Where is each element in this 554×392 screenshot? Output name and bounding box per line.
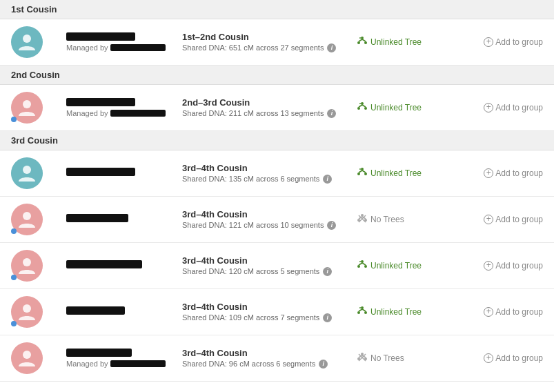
add-group-label: Add to group xyxy=(495,215,543,224)
tree-col: No Trees xyxy=(357,213,467,226)
relationship-label: 3rd–4th Cousin xyxy=(182,255,357,266)
dna-info: Shared DNA: 109 cM across 7 segments i xyxy=(182,313,357,323)
add-to-group-button[interactable]: + Add to group xyxy=(467,103,543,112)
match-row: 3rd–4th Cousin Shared DNA: 120 cM across… xyxy=(0,243,554,289)
info-icon[interactable]: i xyxy=(327,43,336,52)
blue-dot xyxy=(11,321,17,326)
svg-point-8 xyxy=(361,102,364,105)
svg-line-12 xyxy=(362,105,366,107)
add-group-col: + Add to group xyxy=(467,353,543,363)
tree-status[interactable]: Unlinked Tree xyxy=(357,101,467,115)
add-group-label: Add to group xyxy=(495,37,543,47)
svg-point-1 xyxy=(361,37,364,39)
svg-line-34 xyxy=(362,263,366,265)
name-box xyxy=(66,349,132,357)
add-group-col: + Add to group xyxy=(467,37,543,47)
svg-point-21 xyxy=(23,212,31,220)
add-to-group-button[interactable]: + Add to group xyxy=(467,307,543,317)
tree-status[interactable]: Unlinked Tree xyxy=(357,259,467,273)
plus-circle-icon: + xyxy=(484,37,493,47)
add-group-label: Add to group xyxy=(495,353,543,363)
avatar-col xyxy=(11,342,66,374)
info-icon[interactable]: i xyxy=(323,313,332,322)
avatar-col xyxy=(11,204,66,235)
relationship-col: 3rd–4th Cousin Shared DNA: 109 cM across… xyxy=(177,302,357,323)
svg-point-16 xyxy=(357,173,360,175)
relationship-col: 2nd–3rd Cousin Shared DNA: 211 cM across… xyxy=(177,97,357,119)
tree-status[interactable]: Unlinked Tree xyxy=(357,306,467,319)
name-col xyxy=(66,306,177,317)
tree-col: Unlinked Tree xyxy=(357,36,467,49)
add-to-group-button[interactable]: + Add to group xyxy=(467,261,543,271)
svg-line-41 xyxy=(362,309,366,311)
managed-by-label: Managed by xyxy=(66,43,108,52)
avatar xyxy=(11,157,43,189)
relationship-label: 3rd–4th Cousin xyxy=(182,163,357,173)
tree-status[interactable]: Unlinked Tree xyxy=(357,36,467,49)
blue-dot xyxy=(11,275,17,280)
plus-circle-icon: + xyxy=(484,353,493,363)
tree-label: Unlinked Tree xyxy=(370,103,422,112)
managed-row: Managed by xyxy=(66,43,177,52)
add-to-group-button[interactable]: + Add to group xyxy=(467,37,543,47)
info-icon[interactable]: i xyxy=(323,267,332,276)
svg-point-30 xyxy=(361,260,364,263)
managed-by-label: Managed by xyxy=(66,360,108,368)
avatar-col xyxy=(11,92,66,124)
svg-point-32 xyxy=(364,265,367,268)
add-to-group-button[interactable]: + Add to group xyxy=(467,353,543,363)
add-group-label: Add to group xyxy=(495,307,543,317)
tree-icon xyxy=(357,306,368,319)
add-to-group-button[interactable]: + Add to group xyxy=(467,168,543,178)
name-col xyxy=(66,260,177,271)
add-to-group-button[interactable]: + Add to group xyxy=(467,215,543,224)
name-box xyxy=(66,32,135,41)
name-col: Managed by xyxy=(66,349,177,368)
info-icon[interactable]: i xyxy=(319,360,328,369)
svg-line-33 xyxy=(359,263,362,265)
match-row: Managed by 1st–2nd Cousin Shared DNA: 65… xyxy=(0,19,554,66)
plus-circle-icon: + xyxy=(484,215,493,224)
avatar xyxy=(11,342,43,374)
relationship-label: 3rd–4th Cousin xyxy=(182,209,357,219)
avatar-col xyxy=(11,26,66,58)
tree-col: Unlinked Tree xyxy=(357,167,467,180)
svg-point-9 xyxy=(357,107,360,110)
plus-circle-icon: + xyxy=(484,168,493,178)
svg-point-39 xyxy=(364,311,367,314)
blue-dot xyxy=(11,117,17,122)
svg-line-18 xyxy=(359,170,362,173)
relationship-col: 3rd–4th Cousin Shared DNA: 135 cM across… xyxy=(177,163,357,184)
tree-col: Unlinked Tree xyxy=(357,306,467,319)
add-group-col: + Add to group xyxy=(467,103,543,112)
tree-status[interactable]: No Trees xyxy=(357,352,467,365)
tree-label: Unlinked Tree xyxy=(370,168,422,178)
tree-label: Unlinked Tree xyxy=(370,37,422,47)
svg-point-38 xyxy=(357,311,360,314)
tree-icon xyxy=(357,36,368,49)
tree-status[interactable]: Unlinked Tree xyxy=(357,167,467,180)
dna-info: Shared DNA: 121 cM across 10 segments i xyxy=(182,221,357,231)
svg-point-44 xyxy=(361,353,364,355)
svg-line-19 xyxy=(362,170,366,173)
section-header-0: 1st Cousin xyxy=(0,0,554,19)
tree-label: Unlinked Tree xyxy=(370,307,422,317)
add-group-col: + Add to group xyxy=(467,261,543,271)
plus-circle-icon: + xyxy=(484,307,493,317)
tree-status[interactable]: No Trees xyxy=(357,213,467,226)
tree-col: Unlinked Tree xyxy=(357,101,467,115)
svg-point-2 xyxy=(357,41,360,44)
name-box xyxy=(66,214,128,222)
info-icon[interactable]: i xyxy=(327,221,336,230)
svg-point-15 xyxy=(361,168,364,170)
relationship-label: 2nd–3rd Cousin xyxy=(182,97,357,108)
managed-by-label: Managed by xyxy=(66,109,108,117)
relationship-label: 3rd–4th Cousin xyxy=(182,302,357,312)
info-icon[interactable]: i xyxy=(323,175,332,184)
tree-icon xyxy=(357,259,368,273)
tree-icon xyxy=(357,101,368,115)
tree-icon xyxy=(357,352,368,365)
svg-point-10 xyxy=(364,107,367,110)
avatar-col xyxy=(11,157,66,189)
info-icon[interactable]: i xyxy=(327,109,336,118)
